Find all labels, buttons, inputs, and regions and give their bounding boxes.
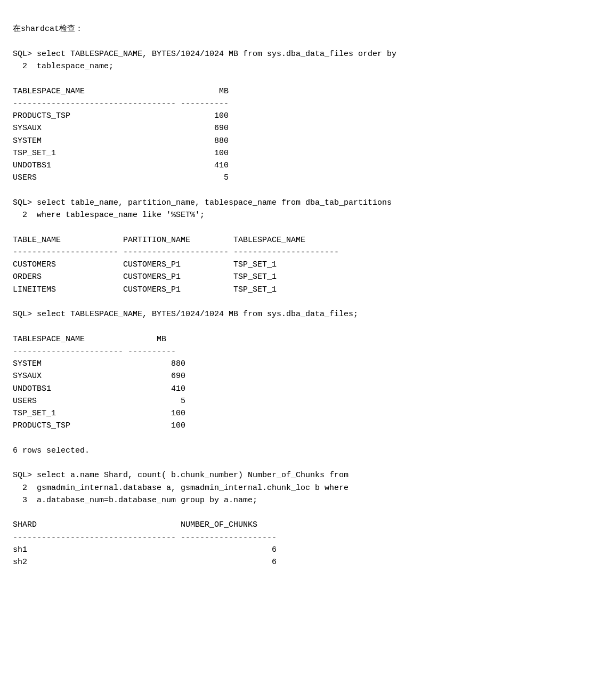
header-text: 在shardcat检查： [13,25,83,34]
block1-sql: SQL> select TABLESPACE_NAME, BYTES/1024/… [13,50,396,567]
terminal-output: 在shardcat检查： SQL> select TABLESPACE_NAME… [13,11,603,581]
